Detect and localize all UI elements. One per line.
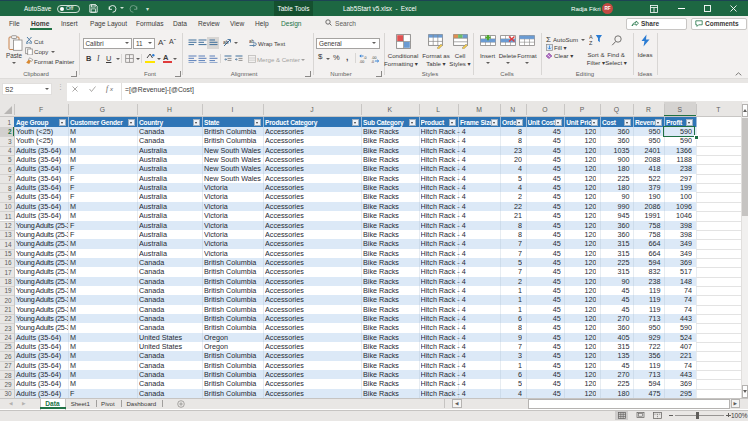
svg-text:.0: .0 <box>371 60 374 63</box>
svg-text:Z: Z <box>589 40 593 46</box>
svg-text:ab: ab <box>223 39 229 45</box>
svg-text:.00: .00 <box>359 60 364 63</box>
